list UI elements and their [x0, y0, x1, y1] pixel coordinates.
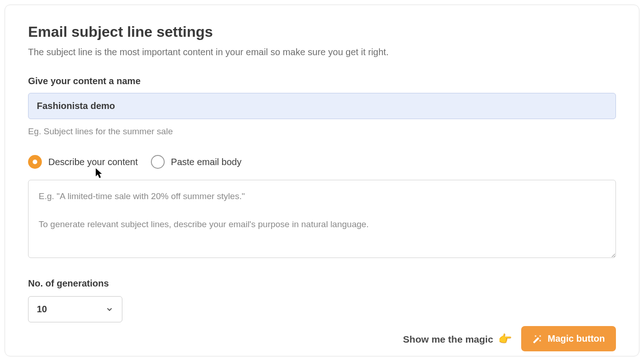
radio-label-paste: Paste email body: [171, 157, 242, 167]
content-name-section: Give your content a name Eg. Subject lin…: [28, 76, 616, 137]
radio-selected-icon: [28, 155, 42, 169]
magic-button[interactable]: Magic button: [521, 326, 616, 351]
pointing-hand-icon: 👉: [498, 332, 512, 345]
generations-select[interactable]: 10: [28, 296, 122, 322]
footer-row: Show me the magic 👉 Magic button: [403, 326, 616, 351]
generations-value: 10: [37, 304, 47, 315]
magic-wand-icon: [532, 334, 542, 344]
magic-cta-text: Show me the magic 👉: [403, 332, 512, 345]
content-name-hint: Eg. Subject lines for the summer sale: [28, 126, 616, 137]
radio-label-describe: Describe your content: [48, 157, 138, 167]
content-name-label: Give your content a name: [28, 76, 616, 86]
settings-panel: Email subject line settings The subject …: [5, 5, 639, 356]
content-name-input[interactable]: [28, 93, 616, 119]
page-title: Email subject line settings: [28, 23, 616, 40]
cursor-icon: [96, 168, 104, 180]
generations-section: No. of generations 10: [28, 278, 616, 322]
radio-describe-content[interactable]: Describe your content: [28, 155, 138, 169]
generations-label: No. of generations: [28, 278, 616, 289]
chevron-down-icon: [105, 305, 114, 314]
description-textarea[interactable]: [28, 180, 616, 258]
mode-radio-group: Describe your content Paste email body: [28, 155, 616, 169]
radio-paste-email[interactable]: Paste email body: [151, 155, 242, 169]
magic-button-label: Magic button: [548, 333, 605, 344]
radio-unselected-icon: [151, 155, 165, 169]
page-subtitle: The subject line is the most important c…: [28, 47, 616, 57]
